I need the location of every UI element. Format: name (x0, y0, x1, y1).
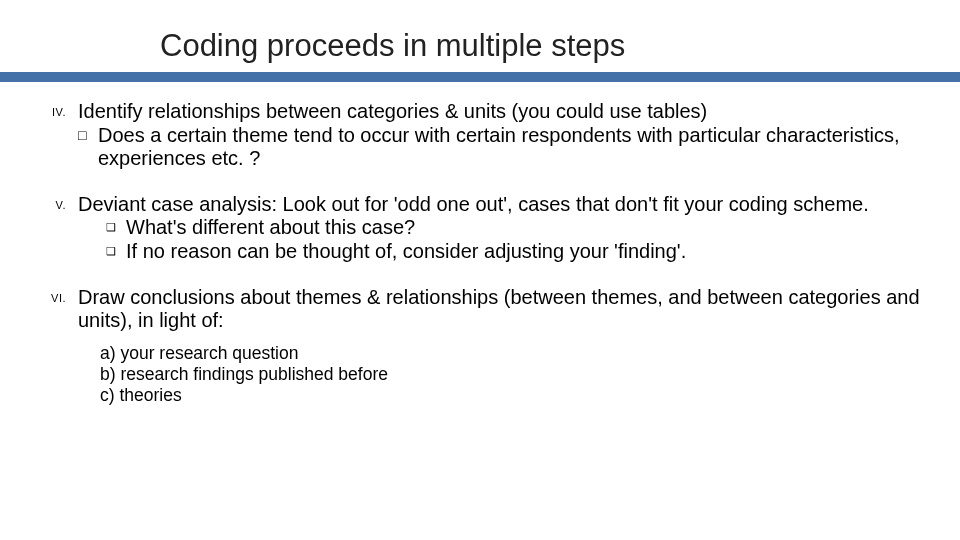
list-item: VI. Draw conclusions about themes & rela… (40, 286, 920, 333)
list-item: V. Deviant case analysis: Look out for '… (40, 193, 920, 264)
checkbox-bullet-icon: □ (78, 124, 98, 171)
sub-item: ❑ What's different about this case? (106, 216, 920, 240)
lettered-item: c) theories (100, 385, 920, 406)
item-body: Identify relationships between categorie… (78, 100, 920, 171)
item-body: Deviant case analysis: Look out for 'odd… (78, 193, 920, 264)
title-underline-bar (0, 72, 960, 82)
item-body: Draw conclusions about themes & relation… (78, 286, 920, 333)
square-bullet-icon: ❑ (106, 240, 126, 264)
lettered-list: a) your research question b) research fi… (40, 343, 920, 407)
sub-item: □ Does a certain theme tend to occur wit… (78, 124, 920, 171)
lettered-item: a) your research question (100, 343, 920, 364)
sub-text: Does a certain theme tend to occur with … (98, 124, 920, 171)
roman-marker: IV. (40, 100, 78, 171)
sub-text: What's different about this case? (126, 216, 920, 240)
roman-marker: V. (40, 193, 78, 264)
item-text: Draw conclusions about themes & relation… (78, 286, 920, 332)
roman-marker: VI. (40, 286, 78, 333)
square-bullet-icon: ❑ (106, 216, 126, 240)
content-area: IV. Identify relationships between categ… (0, 82, 960, 407)
lettered-item: b) research findings published before (100, 364, 920, 385)
slide-title: Coding proceeds in multiple steps (0, 0, 960, 72)
sub-item: ❑ If no reason can be thought of, consid… (106, 240, 920, 264)
item-text: Deviant case analysis: Look out for 'odd… (78, 193, 869, 215)
list-item: IV. Identify relationships between categ… (40, 100, 920, 171)
sub-text: If no reason can be thought of, consider… (126, 240, 920, 264)
item-text: Identify relationships between categorie… (78, 100, 707, 122)
